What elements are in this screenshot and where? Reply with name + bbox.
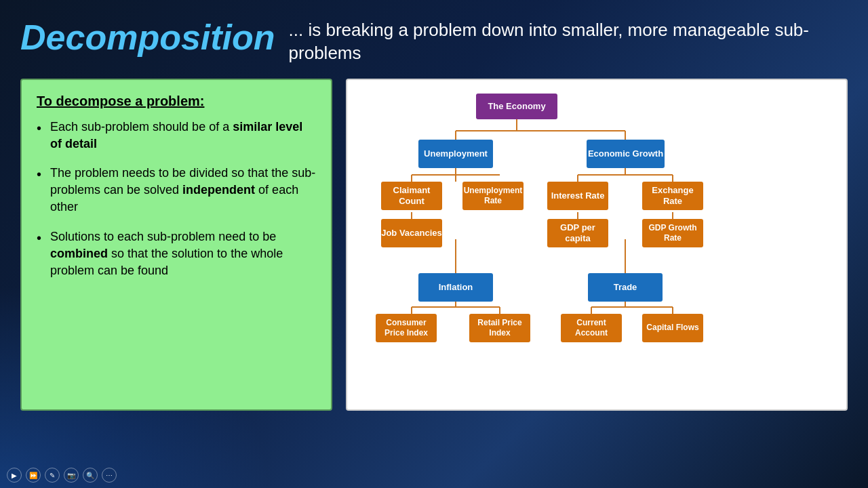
toolbar: ▶ ⏩ ✎ 📷 🔍 ⋯ — [7, 468, 117, 483]
page-title: Decomposition — [20, 17, 275, 58]
node-economic-growth: Economic Growth — [587, 140, 665, 168]
list-item: Each sub-problem should be of a similar … — [37, 119, 316, 152]
node-capital-flows: Capital Flows — [642, 314, 703, 342]
node-unemployment-rate: Unemployment Rate — [462, 182, 524, 210]
node-inflation: Inflation — [418, 273, 493, 302]
header: Decomposition ... is breaking a problem … — [20, 14, 848, 65]
node-cpi: Consumer Price Index — [376, 314, 437, 342]
right-panel: The Economy Unemployment Economic Growth… — [346, 79, 848, 411]
diagram: The Economy Unemployment Economic Growth… — [361, 94, 833, 396]
bullet-list: Each sub-problem should be of a similar … — [37, 119, 316, 280]
list-item: The problem needs to be divided so that … — [37, 165, 316, 216]
node-current-account: Current Account — [561, 314, 622, 342]
panel-heading: To decompose a problem: — [37, 94, 316, 109]
node-gdp-growth-rate: GDP Growth Rate — [642, 219, 703, 247]
node-trade: Trade — [588, 273, 663, 302]
toolbar-image-btn[interactable]: 📷 — [64, 468, 79, 483]
node-economy: The Economy — [476, 94, 557, 119]
toolbar-search-btn[interactable]: 🔍 — [83, 468, 98, 483]
node-exchange-rate: Exchange Rate — [642, 182, 703, 210]
slide-container: Decomposition ... is breaking a problem … — [0, 0, 868, 488]
node-job-vacancies: Job Vacancies — [381, 219, 442, 247]
list-item: Solutions to each sub-problem need to be… — [37, 228, 316, 280]
node-unemployment: Unemployment — [418, 140, 493, 168]
left-panel: To decompose a problem: Each sub-problem… — [20, 79, 332, 411]
node-interest-rate: Interest Rate — [547, 182, 608, 210]
toolbar-more-btn[interactable]: ⋯ — [102, 468, 117, 483]
content-area: To decompose a problem: Each sub-problem… — [20, 79, 848, 411]
subtitle: ... is breaking a problem down into smal… — [289, 14, 848, 65]
toolbar-forward-btn[interactable]: ⏩ — [26, 468, 41, 483]
toolbar-edit-btn[interactable]: ✎ — [45, 468, 60, 483]
node-claimant-count: Claimant Count — [381, 182, 442, 210]
toolbar-play-btn[interactable]: ▶ — [7, 468, 22, 483]
node-gdp-per-capita: GDP per capita — [547, 219, 608, 247]
node-rpi: Retail Price Index — [469, 314, 530, 342]
